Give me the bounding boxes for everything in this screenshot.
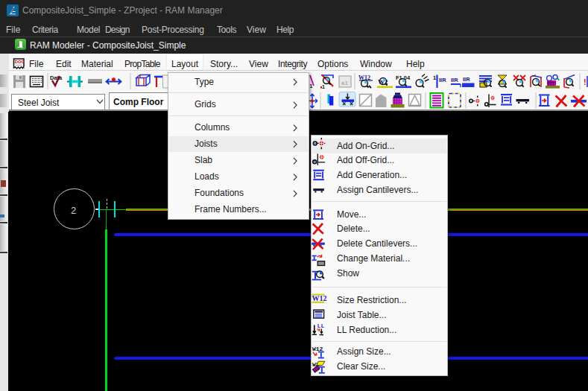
- svg-text:IIR: IIR: [463, 76, 470, 83]
- svg-text:1: 1: [322, 84, 325, 89]
- svg-text:LL: LL: [317, 322, 325, 329]
- svg-text:!: !: [584, 77, 587, 86]
- svg-text:IIR: IIR: [451, 77, 458, 83]
- svg-text:a1: a1: [341, 80, 348, 86]
- svg-text:IIR: IIR: [439, 77, 446, 83]
- svg-text:DOC: DOC: [15, 60, 25, 64]
- svg-text:Data: Data: [50, 74, 63, 81]
- svg-text:1: 1: [310, 83, 313, 89]
- svg-text:W12: W12: [312, 294, 326, 302]
- svg-text:1: 1: [433, 74, 436, 81]
